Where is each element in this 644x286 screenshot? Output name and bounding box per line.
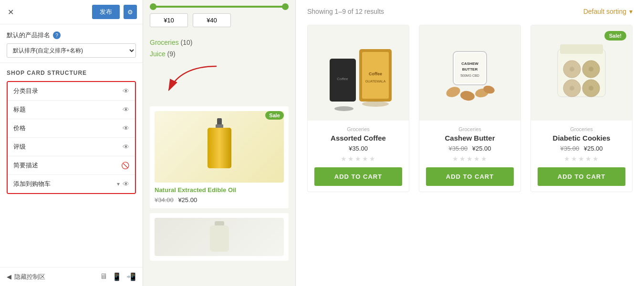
svg-point-14 (362, 101, 389, 107)
svg-point-13 (334, 106, 353, 111)
arrow-left-icon: ◀ (7, 273, 11, 280)
arrow-svg (150, 61, 236, 100)
sale-badge-cookies: Sale! (604, 31, 626, 41)
sort-section: 默认的产品排名 ? 默认排序(自定义排序+名称) (0, 24, 143, 63)
card-item-title: 标题 👁 (8, 101, 135, 119)
product-title-cookies: Diabetic Cookies (538, 134, 625, 142)
product-card-cashew: CASHEW BUTTER 500MG CBD Groceries Cashew… (419, 25, 521, 192)
card-structure-box: 分类目录 👁 标题 👁 价格 👁 评级 👁 (7, 81, 136, 194)
svg-rect-4 (208, 128, 231, 168)
svg-text:Coffee: Coffee (369, 72, 382, 76)
range-handle-right[interactable] (282, 3, 289, 10)
add-to-cart-cashew[interactable]: ADD TO CART (426, 167, 514, 186)
svg-point-32 (570, 86, 574, 91)
price-old: ¥34.00 (155, 196, 174, 204)
svg-rect-25 (560, 44, 603, 54)
card-item-label-title: 标题 (13, 105, 26, 114)
lotion-image (155, 218, 284, 256)
publish-button[interactable]: 发布 (92, 5, 120, 19)
price-new: ¥25.00 (178, 196, 197, 204)
price-new-cashew: ¥25.00 (472, 145, 491, 152)
card-item-icons: 👁 (123, 87, 129, 95)
sorting-label: Default sorting (583, 8, 626, 15)
help-icon[interactable]: ? (53, 31, 61, 39)
coffee-svg: Coffee Coffee GUATEMALA (320, 35, 396, 111)
right-panel: Showing 1–9 of 12 results Default sortin… (296, 0, 644, 286)
price-old-cookies: ¥35.00 (560, 145, 579, 152)
stars-cashew: ★★★★★ (426, 155, 514, 163)
middle-product-card: Sale Natural Extracted Edible Oil ¥34.0 (150, 106, 289, 208)
card-item-label-cart: 添加到购物车 (13, 180, 51, 188)
add-to-cart-cookies[interactable]: ADD TO CART (538, 167, 625, 186)
card-item-price: 价格 👁 (8, 119, 135, 138)
svg-rect-5 (215, 221, 224, 226)
lotion-bottle-svg (208, 219, 231, 255)
bottom-bar: ◀ 隐藏控制区 🖥 📱 📲 (0, 267, 143, 286)
shop-card-section: SHOP CARD STRUCTURE 分类目录 👁 标题 👁 价格 👁 (0, 63, 143, 197)
svg-point-33 (589, 86, 593, 91)
juice-count: (9) (167, 50, 176, 58)
sort-select[interactable]: 默认排序(自定义排序+名称) (7, 43, 136, 58)
view-icons: 🖥 📱 📲 (100, 272, 136, 281)
tablet-icon[interactable]: 📱 (112, 272, 122, 281)
product-category-coffee: Groceries (314, 126, 402, 132)
product-info-cookies: Groceries Diabetic Cookies ¥35.00 ¥25.00… (531, 121, 632, 192)
product-info-cashew: Groceries Cashew Butter ¥35.00 ¥25.00 ★★… (419, 121, 520, 192)
svg-text:Coffee: Coffee (337, 77, 348, 81)
card-item-icons-title: 👁 (123, 106, 129, 113)
filter-groceries[interactable]: Groceries (10) (150, 39, 289, 46)
product-name: Natural Extracted Edible Oil (155, 186, 284, 194)
sort-label: 默认的产品排名 ? (7, 31, 136, 40)
svg-rect-6 (210, 225, 229, 252)
cashew-svg: CASHEW BUTTER 500MG CBD (432, 35, 508, 111)
card-item-rating: 评级 👁 (8, 138, 135, 156)
svg-point-31 (589, 67, 593, 72)
range-handle-left[interactable] (150, 3, 156, 10)
svg-text:GUATEMALA: GUATEMALA (365, 80, 386, 83)
mobile-icon[interactable]: 📲 (126, 272, 136, 281)
eye-icon-rating[interactable]: 👁 (123, 143, 129, 151)
eye-icon-cart[interactable]: 👁 (123, 180, 129, 188)
gear-button[interactable]: ⚙ (124, 5, 137, 19)
chevron-down-icon-cart[interactable]: ▾ (117, 181, 120, 187)
product-prices-cookies: ¥35.00 ¥25.00 (538, 145, 625, 152)
svg-point-21 (459, 90, 475, 102)
products-grid: Coffee Coffee GUATEMALA Groceries Assort… (307, 25, 633, 192)
sorting-select[interactable]: Default sorting ▾ (583, 8, 633, 15)
card-item-label-category: 分类目录 (13, 87, 38, 95)
price-max-input[interactable] (193, 13, 231, 27)
eye-icon-title[interactable]: 👁 (123, 106, 129, 113)
product-category-cashew: Groceries (426, 126, 514, 132)
product-prices-coffee: ¥35.00 (314, 145, 402, 152)
product-image-cashew: CASHEW BUTTER 500MG CBD (419, 25, 520, 121)
svg-text:500MG CBD: 500MG CBD (460, 74, 479, 77)
top-bar: ✕ 发布 ⚙ (0, 0, 143, 24)
close-button[interactable]: ✕ (6, 7, 15, 17)
eye-icon-price[interactable]: 👁 (123, 124, 129, 132)
price-old-cashew: ¥35.00 (448, 145, 467, 152)
range-track[interactable] (150, 6, 289, 8)
hide-panel-label: 隐藏控制区 (14, 273, 45, 281)
svg-text:CASHEW: CASHEW (461, 61, 478, 66)
middle-panel: Groceries (10) Juice (9) Sale (143, 0, 296, 286)
stars-cookies: ★★★★★ (538, 155, 625, 163)
price-min-input[interactable] (150, 13, 188, 27)
add-to-cart-coffee[interactable]: ADD TO CART (314, 167, 402, 186)
price-new-cookies: ¥25.00 (584, 145, 603, 152)
card-item-label-desc: 简要描述 (13, 161, 38, 170)
product-title-cashew: Cashew Butter (426, 134, 514, 142)
product-image-coffee: Coffee Coffee GUATEMALA (308, 25, 409, 121)
filter-juice[interactable]: Juice (9) (150, 50, 289, 58)
hide-panel-button[interactable]: ◀ 隐藏控制区 (7, 273, 45, 281)
card-item-icons-price: 👁 (123, 124, 129, 132)
product-prices-cashew: ¥35.00 ¥25.00 (426, 145, 514, 152)
eye-off-icon-desc[interactable]: 🚫 (121, 162, 129, 169)
svg-text:BUTTER: BUTTER (462, 67, 478, 72)
card-item-icons-desc: 🚫 (121, 162, 129, 169)
cookies-svg (543, 35, 620, 111)
card-item-icons-rating: 👁 (123, 143, 129, 151)
filter-section: Groceries (10) Juice (9) (150, 39, 289, 61)
desktop-icon[interactable]: 🖥 (100, 272, 107, 281)
eye-icon-category[interactable]: 👁 (123, 87, 129, 95)
product-card-coffee: Coffee Coffee GUATEMALA Groceries Assort… (307, 25, 409, 192)
